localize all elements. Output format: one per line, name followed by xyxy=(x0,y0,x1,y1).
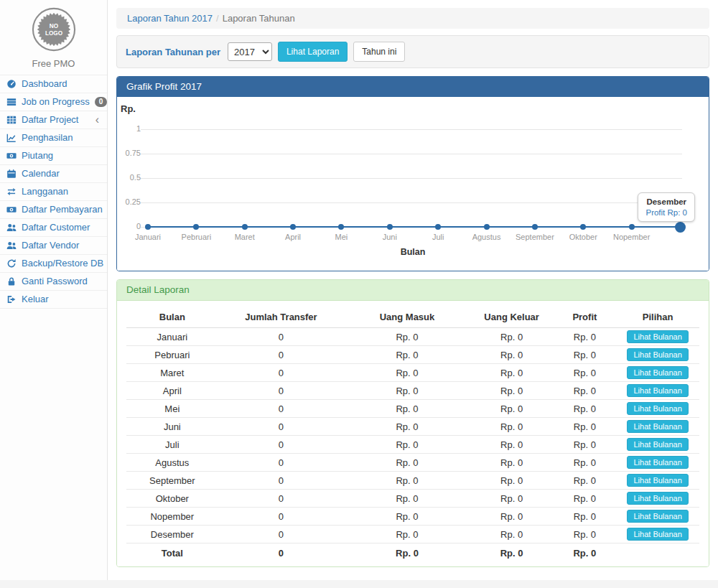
cell-uang-keluar: Rp. 0 xyxy=(470,490,554,508)
x-tick-label: April xyxy=(266,233,320,241)
sidebar-item-keluar[interactable]: Keluar xyxy=(0,291,107,309)
cell-uang-keluar: Rp. 0 xyxy=(470,526,554,543)
data-point-maret[interactable] xyxy=(242,224,248,230)
data-point-agustus[interactable] xyxy=(484,224,490,230)
sidebar-item-daftar-pembayaran[interactable]: Daftar Pembayaran xyxy=(0,201,107,219)
view-monthly-button-mei[interactable]: Lihat Bulanan xyxy=(627,402,688,415)
report-filter-bar: Laporan Tahunan per 2017 Lihat Laporan T… xyxy=(116,35,709,68)
data-point-oktober[interactable] xyxy=(580,224,586,230)
table-row-agustus: Agustus0Rp. 0Rp. 0Rp. 0Lihat Bulanan xyxy=(126,454,699,472)
sidebar-item-label: Daftar Customer xyxy=(22,222,101,233)
table-icon xyxy=(6,115,17,125)
cell-pilihan: Lihat Bulanan xyxy=(616,508,699,526)
total-profit: Rp. 0 xyxy=(553,543,616,561)
cell-jumlah-transfer: 0 xyxy=(218,346,345,364)
cell-uang-keluar: Rp. 0 xyxy=(470,508,554,526)
tasks-icon xyxy=(6,97,17,107)
sidebar-item-job-on-progress[interactable]: Job on Progress0 xyxy=(0,93,107,111)
x-tick-label: Mei xyxy=(314,233,368,241)
cell-pilihan: Lihat Bulanan xyxy=(616,436,699,454)
column-header-uang-masuk: Uang Masuk xyxy=(344,307,470,328)
data-point-januari[interactable] xyxy=(145,224,151,230)
view-monthly-button-nopember[interactable]: Lihat Bulanan xyxy=(627,510,688,523)
column-header-profit: Profit xyxy=(553,307,616,328)
cell-profit: Rp. 0 xyxy=(553,526,616,543)
data-point-juni[interactable] xyxy=(387,224,393,230)
cell-bulan: April xyxy=(126,382,218,400)
cell-bulan: Juni xyxy=(126,418,218,436)
table-header-row: BulanJumlah TransferUang MasukUang Kelua… xyxy=(126,307,699,328)
cell-uang-masuk: Rp. 0 xyxy=(344,346,470,364)
cell-profit: Rp. 0 xyxy=(553,364,616,382)
this-year-button[interactable]: Tahun ini xyxy=(353,42,405,62)
total-pilihan xyxy=(616,543,699,561)
view-monthly-button-juni[interactable]: Lihat Bulanan xyxy=(627,420,688,433)
data-point-nopember[interactable] xyxy=(629,224,635,230)
view-monthly-button-agustus[interactable]: Lihat Bulanan xyxy=(627,456,688,469)
report-detail-panel: Detail Laporan BulanJumlah TransferUang … xyxy=(116,279,709,567)
cell-uang-masuk: Rp. 0 xyxy=(344,364,470,382)
year-select[interactable]: 2017 xyxy=(228,42,272,61)
x-tick-label: September xyxy=(508,233,562,241)
cell-uang-keluar: Rp. 0 xyxy=(470,436,554,454)
sidebar-item-daftar-vendor[interactable]: Daftar Vendor xyxy=(0,237,107,255)
data-point-pebruari[interactable] xyxy=(193,224,199,230)
view-monthly-button-desember[interactable]: Lihat Bulanan xyxy=(627,528,688,541)
view-monthly-button-maret[interactable]: Lihat Bulanan xyxy=(627,366,688,379)
y-axis-label: Rp. xyxy=(121,103,136,114)
sidebar-item-label: Daftar Pembayaran xyxy=(22,204,103,215)
view-monthly-button-pebruari[interactable]: Lihat Bulanan xyxy=(627,348,688,361)
cell-profit: Rp. 0 xyxy=(553,490,616,508)
cell-profit: Rp. 0 xyxy=(553,328,616,346)
brand-logo[interactable]: NOLOGO Free PMO xyxy=(0,0,107,75)
cell-profit: Rp. 0 xyxy=(553,382,616,400)
breadcrumb-current: Laporan Tahunan xyxy=(223,13,295,24)
sidebar-item-daftar-project[interactable]: Daftar Project‹ xyxy=(0,111,107,129)
users-icon xyxy=(6,241,17,251)
view-monthly-button-september[interactable]: Lihat Bulanan xyxy=(627,474,688,487)
data-point-mei[interactable] xyxy=(338,224,344,230)
cell-profit: Rp. 0 xyxy=(553,418,616,436)
y-tick-label: 0 xyxy=(116,222,141,230)
tooltip-value: Profit Rp: 0 xyxy=(645,208,687,217)
chart-tooltip: DesemberProfit Rp: 0 xyxy=(638,192,695,222)
y-tick-label: 0.25 xyxy=(116,197,141,206)
data-point-september[interactable] xyxy=(532,224,538,230)
data-point-april[interactable] xyxy=(290,224,296,230)
cell-profit: Rp. 0 xyxy=(553,400,616,418)
view-monthly-button-april[interactable]: Lihat Bulanan xyxy=(627,384,688,397)
main-content: Laporan Tahun 2017/Laporan Tahunan Lapor… xyxy=(108,0,718,580)
data-point-desember[interactable] xyxy=(675,222,686,233)
sidebar-item-calendar[interactable]: Calendar xyxy=(0,165,107,183)
view-monthly-button-juli[interactable]: Lihat Bulanan xyxy=(627,438,688,451)
cell-pilihan: Lihat Bulanan xyxy=(616,472,699,490)
cell-jumlah-transfer: 0 xyxy=(218,328,345,346)
cell-bulan: Agustus xyxy=(126,454,218,472)
cell-bulan: Pebruari xyxy=(126,346,218,364)
cell-uang-masuk: Rp. 0 xyxy=(344,418,470,436)
sidebar-item-label: Job on Progress xyxy=(22,96,90,108)
view-monthly-button-oktober[interactable]: Lihat Bulanan xyxy=(627,492,688,505)
cell-bulan: September xyxy=(126,472,218,490)
sidebar-item-dashboard[interactable]: Dashboard xyxy=(0,75,107,93)
view-monthly-button-januari[interactable]: Lihat Bulanan xyxy=(627,330,688,343)
cell-uang-masuk: Rp. 0 xyxy=(344,400,470,418)
sidebar-item-ganti-password[interactable]: Ganti Password xyxy=(0,273,107,291)
view-report-button[interactable]: Lihat Laporan xyxy=(278,42,348,62)
cell-jumlah-transfer: 0 xyxy=(218,472,345,490)
data-point-juli[interactable] xyxy=(435,224,441,230)
sidebar-item-backup-restore-db[interactable]: Backup/Restore DB xyxy=(0,255,107,273)
total-jumlah-transfer: 0 xyxy=(218,543,345,561)
cell-uang-keluar: Rp. 0 xyxy=(470,346,554,364)
chart-panel-title: Grafik Profit 2017 xyxy=(117,77,709,97)
sidebar-item-langganan[interactable]: Langganan xyxy=(0,183,107,201)
cell-jumlah-transfer: 0 xyxy=(218,364,345,382)
breadcrumb-link-laporan-tahun[interactable]: Laporan Tahun 2017 xyxy=(127,13,213,24)
sidebar-item-daftar-customer[interactable]: Daftar Customer xyxy=(0,219,107,237)
sidebar-item-penghasilan[interactable]: Penghasilan xyxy=(0,129,107,147)
total-uang-masuk: Rp. 0 xyxy=(344,543,470,561)
line-chart-icon xyxy=(6,133,17,143)
table-row-juli: Juli0Rp. 0Rp. 0Rp. 0Lihat Bulanan xyxy=(126,436,699,454)
sidebar-item-piutang[interactable]: Piutang xyxy=(0,147,107,165)
cell-uang-keluar: Rp. 0 xyxy=(470,400,554,418)
